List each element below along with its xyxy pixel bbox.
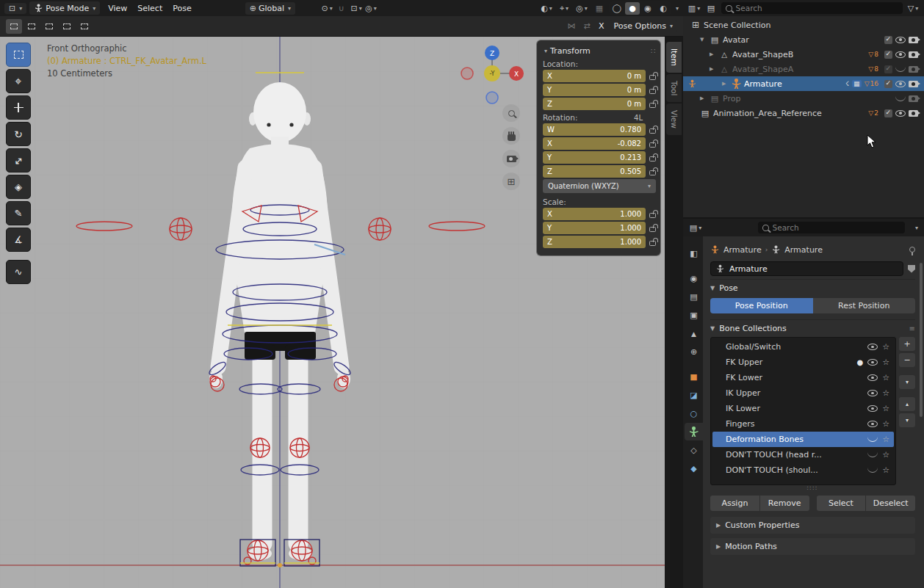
scale-field[interactable]: Y 1.000 — [543, 222, 646, 234]
custom-properties-section[interactable]: ▶ Custom Properties — [710, 517, 915, 534]
selectable-checkbox[interactable] — [884, 36, 892, 44]
relative-mirror-icon[interactable]: ⇄ — [580, 20, 593, 32]
sidebar-tab[interactable]: View — [666, 104, 682, 135]
expand-caret[interactable]: ▶ — [722, 81, 729, 87]
pose-options-dropdown[interactable]: Pose Options ▾ — [610, 20, 677, 32]
outliner-row[interactable]: Animation_Area_Reference 2 — [683, 106, 924, 120]
render-visibility-icon[interactable] — [909, 110, 918, 117]
viewport-toggle-button[interactable]: ▦ — [593, 2, 606, 15]
menu-item[interactable]: View — [103, 2, 132, 15]
shading-mode-button[interactable]: ◯ — [610, 2, 624, 15]
outliner-row[interactable]: ▶ Prop — [683, 91, 924, 106]
deselect-button[interactable]: Deselect — [866, 496, 915, 511]
scale-field[interactable]: X 1.000 — [543, 208, 646, 220]
tool-button[interactable] — [6, 260, 31, 284]
properties-search-input[interactable] — [773, 223, 901, 232]
properties-tab[interactable] — [685, 269, 703, 287]
new-collection-button[interactable]: ▤ — [704, 2, 718, 15]
lock-icon[interactable] — [649, 75, 656, 80]
tool-button[interactable] — [6, 69, 31, 93]
outliner-row[interactable]: ▶ Avatar_ShapeB 8 — [683, 47, 924, 62]
header-icon-button[interactable]: ◎ ▾ — [364, 2, 378, 15]
solo-star-icon[interactable] — [882, 450, 889, 460]
rotation-mode-dropdown[interactable]: Quaternion (WXYZ) ▾ — [543, 179, 656, 193]
rotation-field[interactable]: W 0.780 — [543, 123, 646, 136]
expand-caret[interactable]: ▶ — [710, 66, 716, 72]
bone-collection-row[interactable]: FK Upper ● — [712, 355, 894, 370]
location-field[interactable]: Y 0 m — [543, 84, 646, 96]
menu-item[interactable]: Select — [132, 2, 167, 15]
properties-tab[interactable] — [685, 460, 703, 477]
bone-collection-row[interactable]: IK Upper — [712, 385, 894, 401]
collection-specials-button[interactable]: ▾ — [899, 375, 915, 389]
location-field[interactable]: X 0 m — [543, 70, 646, 82]
selectable-checkbox[interactable] — [884, 51, 892, 59]
selection-mode-button[interactable] — [6, 19, 22, 34]
move-up-button[interactable]: ▴ — [899, 397, 915, 411]
rest-position-button[interactable]: Rest Position — [813, 298, 916, 313]
mirror-icon[interactable]: ⋈ — [565, 20, 578, 32]
outliner-search-input[interactable] — [736, 4, 898, 12]
add-collection-button[interactable]: + — [899, 337, 915, 351]
selectable-checkbox[interactable] — [884, 65, 892, 73]
lock-icon[interactable] — [649, 103, 656, 108]
bone-collection-row[interactable]: DON'T TOUCH (head r... — [712, 447, 894, 462]
pose-position-button[interactable]: Pose Position — [710, 298, 813, 313]
viewport-toggle-button[interactable]: ⌖ ▾ — [557, 2, 571, 15]
navigation-gizmo[interactable]: Z X -Y — [460, 40, 526, 106]
selection-mode-button[interactable] — [76, 19, 93, 34]
properties-editor-type-button[interactable]: ▤ ▾ — [689, 222, 702, 234]
properties-tab[interactable] — [685, 441, 703, 459]
tool-button[interactable] — [6, 201, 31, 225]
sidebar-tab[interactable]: Tool — [666, 74, 682, 102]
axis-negx-ball[interactable] — [461, 68, 473, 79]
solo-star-icon[interactable] — [882, 465, 889, 475]
mirror-x-label[interactable]: X — [599, 21, 604, 31]
visibility-eye-icon[interactable] — [867, 344, 878, 350]
properties-tab[interactable] — [685, 423, 703, 440]
selection-mode-button[interactable] — [24, 19, 40, 34]
orientation-dropdown[interactable]: ⊕ Global ▾ — [245, 2, 295, 15]
properties-tab[interactable] — [685, 343, 703, 360]
hide-eye-icon[interactable] — [895, 110, 906, 117]
panel-grip-icon[interactable]: ∷ — [651, 47, 656, 55]
visibility-eye-closed-icon[interactable] — [867, 468, 878, 473]
properties-tab[interactable] — [685, 386, 703, 404]
hide-eye-closed-icon[interactable] — [895, 67, 906, 72]
outliner-row[interactable]: ▶ Avatar_ShapeA 8 — [683, 62, 924, 76]
render-visibility-icon[interactable] — [909, 66, 918, 73]
hide-eye-icon[interactable] — [895, 37, 906, 43]
outliner-row[interactable]: ▼ Avatar — [683, 32, 924, 47]
zoom-button[interactable] — [502, 104, 520, 122]
tool-button[interactable] — [6, 148, 31, 173]
properties-search[interactable] — [758, 222, 905, 233]
filter-button[interactable]: ▽ ▾ — [906, 2, 920, 15]
visibility-eye-icon[interactable] — [867, 421, 878, 427]
lock-icon[interactable] — [649, 227, 656, 232]
render-visibility-icon[interactable] — [909, 95, 918, 102]
menu-item[interactable]: Pose — [167, 2, 196, 15]
sidebar-tab[interactable]: Item — [666, 42, 682, 73]
solo-star-icon[interactable] — [882, 373, 889, 382]
assign-button[interactable]: Assign — [710, 496, 759, 511]
solo-star-icon[interactable] — [882, 388, 889, 398]
pin-icon[interactable] — [909, 247, 915, 253]
solo-star-icon[interactable] — [882, 419, 889, 429]
remove-collection-button[interactable]: − — [899, 353, 915, 367]
visibility-eye-closed-icon[interactable] — [867, 452, 878, 457]
bone-collections-section-header[interactable]: ▼ Bone Collections ≡ — [710, 319, 915, 337]
bone-collection-row[interactable]: FK Lower — [712, 370, 894, 385]
expand-caret[interactable]: ▶ — [700, 95, 707, 101]
properties-options-icon[interactable]: ▾ — [915, 225, 918, 231]
lock-icon[interactable] — [649, 170, 656, 175]
visibility-eye-closed-icon[interactable] — [867, 437, 878, 442]
camera-view-button[interactable] — [502, 150, 520, 167]
solo-star-icon[interactable] — [882, 342, 889, 352]
lock-icon[interactable] — [649, 142, 656, 148]
selectable-checkbox[interactable] — [884, 109, 892, 117]
lock-icon[interactable] — [649, 213, 656, 218]
visibility-eye-icon[interactable] — [867, 359, 878, 366]
shading-mode-button[interactable]: ◐ — [656, 2, 671, 15]
tool-button[interactable] — [6, 228, 31, 252]
tool-button[interactable] — [6, 43, 31, 67]
